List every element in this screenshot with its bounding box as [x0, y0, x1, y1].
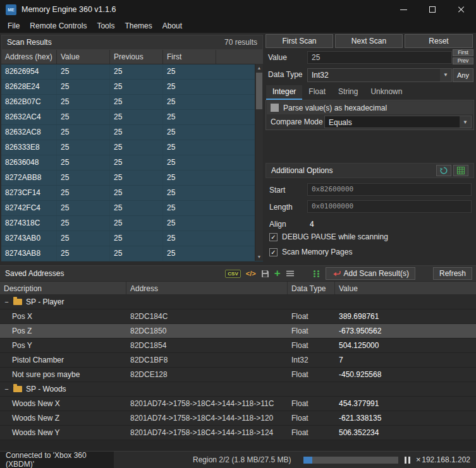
code-view-button[interactable]: </> — [246, 268, 256, 279]
column-header-description[interactable]: Description — [0, 282, 126, 294]
next-scan-button[interactable]: Next Scan — [335, 34, 403, 48]
scan-cell-address: 82632AC4 — [1, 110, 57, 124]
column-header-value[interactable]: Value — [57, 50, 110, 64]
add-address-button[interactable]: + — [274, 268, 281, 279]
refresh-button[interactable]: Refresh — [433, 267, 472, 280]
tab-integer[interactable]: Integer — [266, 85, 302, 100]
saved-cell-address — [126, 382, 288, 396]
scan-result-row[interactable]: 82628E24252525 — [1, 80, 263, 95]
scan-result-row[interactable]: 8274318C252525 — [1, 216, 263, 231]
integer-tab-panel: Parse value(s) as hexadecimal Compare Mo… — [265, 100, 474, 130]
debug-pause-checkbox[interactable]: ✓ — [269, 233, 278, 241]
saved-address-row[interactable]: Pos Z82DC1850Float-673.950562 — [0, 324, 476, 339]
collapse-expander-icon[interactable]: − — [4, 295, 9, 309]
debug-pause-row: ✓ DEBUG PAUSE while scanning — [269, 232, 388, 241]
saved-cell-description: Not sure pos maybe — [0, 368, 126, 381]
tab-unknown[interactable]: Unknown — [364, 85, 408, 100]
compare-mode-select[interactable]: Equals ▼ — [324, 116, 472, 128]
minimize-icon — [400, 9, 407, 10]
close-button[interactable] — [447, 0, 476, 19]
scan-memory-pages-checkbox[interactable]: ✓ — [269, 248, 278, 256]
value-input[interactable]: 25 — [307, 51, 452, 64]
scan-type-tabs: Integer Float String Unknown — [266, 85, 408, 100]
maximize-button[interactable] — [418, 0, 447, 19]
scan-result-row[interactable]: 82632AC4252525 — [1, 110, 263, 125]
title-bar: ME Memory Engine 360 v1.1.6 — [0, 0, 476, 19]
saved-address-row[interactable]: Woods New X8201AD74->1758->18C4->144->11… — [0, 397, 476, 411]
column-header-address[interactable]: Address — [126, 282, 288, 294]
reset-button[interactable]: Reset — [405, 34, 473, 48]
edit-list-button[interactable] — [286, 268, 295, 279]
menu-item-themes[interactable]: Themes — [119, 19, 157, 33]
scan-cell-previous: 25 — [110, 201, 163, 215]
connection-status: Connected to 'Xbox 360 (XBDM)' — [0, 452, 114, 468]
column-header-data-type[interactable]: Data Type — [288, 282, 335, 294]
menu-item-remote-controls[interactable]: Remote Controls — [25, 19, 92, 33]
memory-regions-button[interactable] — [453, 165, 468, 176]
memory-pages-button[interactable] — [312, 268, 320, 279]
saved-address-row[interactable]: Pos X82DC184CFloat389.698761 — [0, 309, 476, 324]
save-button[interactable] — [261, 268, 269, 279]
scan-cell-first: 25 — [163, 216, 216, 231]
menu-item-tools[interactable]: Tools — [92, 19, 119, 33]
scan-cell-address: 82743AB8 — [1, 246, 57, 261]
scan-result-row[interactable]: 8262B07C252525 — [1, 95, 263, 110]
saved-cell-description: Woods New X — [0, 397, 126, 411]
status-bar: Connected to 'Xbox 360 (XBDM)' Region 2/… — [0, 451, 476, 468]
prev-value-button[interactable]: Prev — [453, 57, 473, 64]
scan-result-row[interactable]: 8273CF14252525 — [1, 186, 263, 201]
scrollbar-thumb[interactable] — [256, 73, 262, 109]
scan-result-row[interactable]: 82743AB0252525 — [1, 231, 263, 246]
tab-string[interactable]: String — [332, 85, 364, 100]
first-scan-button[interactable]: First Scan — [265, 34, 333, 48]
menu-bar: File Remote Controls Tools Themes About — [0, 19, 476, 33]
tab-float[interactable]: Float — [302, 85, 332, 100]
cancel-icon[interactable]: × — [416, 455, 421, 464]
column-header-previous[interactable]: Previous — [110, 50, 163, 64]
saved-folder-row[interactable]: −SP - Player — [0, 295, 476, 309]
scrollbar-up-icon[interactable]: ▲ — [255, 64, 263, 72]
menu-item-about[interactable]: About — [157, 19, 187, 33]
saved-folder-row[interactable]: −SP - Woods — [0, 382, 476, 397]
scan-cell-first: 25 — [163, 125, 216, 140]
start-input[interactable]: 0x82600000 — [307, 183, 472, 196]
scan-cell-first: 25 — [163, 80, 216, 94]
scan-result-row[interactable]: 826333E8252525 — [1, 140, 263, 155]
saved-address-row[interactable]: Pos Y82DC1854Float504.125000 — [0, 339, 476, 353]
menu-item-file[interactable]: File — [3, 19, 25, 33]
parse-hex-checkbox[interactable] — [271, 104, 279, 112]
collapse-expander-icon[interactable]: − — [4, 382, 9, 396]
scan-result-row[interactable]: 82742FC4252525 — [1, 201, 263, 216]
pause-icon[interactable] — [405, 457, 411, 464]
scan-cell-previous: 25 — [110, 64, 163, 79]
saved-address-row[interactable]: Woods New Z8201AD74->1758->18C4->144->11… — [0, 411, 476, 426]
folder-icon — [13, 386, 22, 392]
saved-address-row[interactable]: Woods New Y8201AD74->1758->18C4->144->11… — [0, 426, 476, 440]
refresh-range-button[interactable] — [436, 165, 451, 176]
column-header-address[interactable]: Address (hex) — [1, 50, 57, 64]
scan-result-row[interactable]: 82626954252525 — [1, 64, 263, 80]
saved-address-row[interactable]: Not sure pos maybe82DCE128Float-450.9255… — [0, 368, 476, 382]
align-value[interactable]: 4 — [310, 220, 314, 229]
scan-cell-value: 25 — [57, 125, 110, 140]
scan-result-row[interactable]: 82632AC8252525 — [1, 125, 263, 140]
first-value-button[interactable]: First — [453, 49, 473, 56]
saved-address-row[interactable]: Pistol Chamber82DC1BF8Int327 — [0, 353, 476, 368]
minimize-button[interactable] — [389, 0, 418, 19]
data-type-select[interactable]: Int32 ▼ — [307, 68, 452, 82]
scan-result-row[interactable]: 82743AB8252525 — [1, 246, 263, 261]
scan-cell-value: 25 — [57, 95, 110, 109]
add-scan-results-button[interactable]: Add Scan Result(s) — [326, 267, 415, 280]
scan-cell-value: 25 — [57, 155, 110, 170]
scan-result-row[interactable]: 8272ABB8252525 — [1, 171, 263, 186]
length-input[interactable]: 0x01000000 — [307, 200, 472, 213]
scrollbar-down-icon[interactable]: ▼ — [255, 253, 263, 261]
saved-cell-description: Woods New Z — [0, 411, 126, 425]
scan-results-scrollbar[interactable]: ▲ ▼ — [255, 64, 263, 261]
column-header-first[interactable]: First — [163, 50, 216, 64]
saved-cell-data_type: Float — [288, 324, 335, 338]
export-csv-button[interactable]: CSV — [225, 268, 240, 279]
column-header-value[interactable]: Value — [335, 282, 476, 294]
any-datatype-button[interactable]: Any — [453, 68, 473, 82]
scan-result-row[interactable]: 82636048252525 — [1, 155, 263, 171]
